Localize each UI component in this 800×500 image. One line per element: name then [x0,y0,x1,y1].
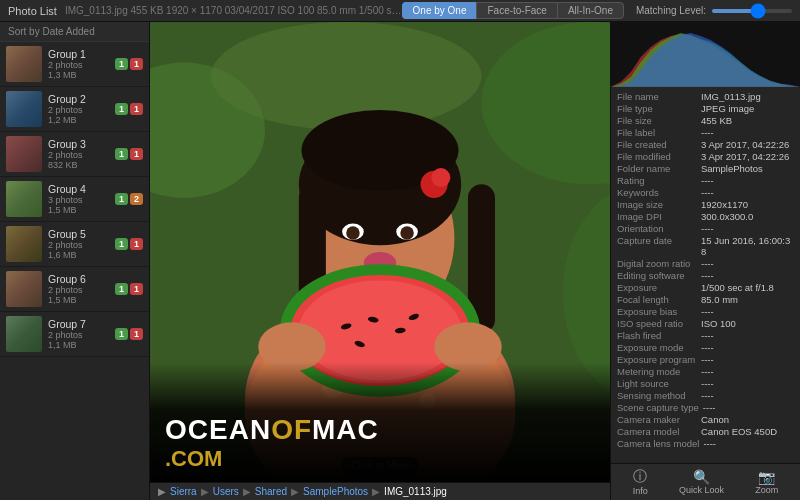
sidebar-group-3[interactable]: Group 3 2 photos 832 KB 1 1 [0,132,149,177]
tab-face-to-face[interactable]: Face-to-Face [476,2,556,19]
sidebar-group-1[interactable]: Group 1 2 photos 1,3 MB 1 1 [0,42,149,87]
badge-red-6: 1 [130,283,143,295]
sidebar-sort-label: Sort by Date Added [0,22,149,42]
quick-look-button[interactable]: 🔍 Quick Look [679,469,724,495]
group-badges-1: 1 1 [115,58,143,70]
sidebar: Sort by Date Added Group 1 2 photos 1,3 … [0,22,150,500]
meta-value: 85.0 mm [701,294,738,305]
meta-label: File created [617,139,697,150]
meta-value: ---- [701,378,714,389]
badge-green-2: 1 [115,103,128,115]
group-size-4: 1,5 MB [48,205,115,215]
metadata-row: Editing software ---- [617,270,794,281]
histogram [611,22,800,87]
sep3: ▶ [291,486,299,497]
image-info-bar-top: IMG_0113.jpg 455 KB 1920 × 1170 03/04/20… [65,5,402,16]
meta-value: 455 KB [701,115,732,126]
badge-red-3: 1 [130,148,143,160]
svg-point-17 [346,226,360,240]
badge-green-7: 1 [115,328,128,340]
meta-label: Editing software [617,270,697,281]
breadcrumb-sierra[interactable]: Sierra [170,486,197,497]
sidebar-group-4[interactable]: Group 4 3 photos 1,5 MB 1 2 [0,177,149,222]
meta-value: ---- [701,223,714,234]
meta-label: Rating [617,175,697,186]
sep4: ▶ [372,486,380,497]
metadata-row: Exposure bias ---- [617,306,794,317]
svg-point-31 [258,322,326,371]
meta-label: File modified [617,151,697,162]
sidebar-group-5[interactable]: Group 5 2 photos 1,6 MB 1 1 [0,222,149,267]
sep1: ▶ [201,486,209,497]
metadata-row: Focal length 85.0 mm [617,294,794,305]
group-size-7: 1,1 MB [48,340,115,350]
meta-value: ---- [701,306,714,317]
meta-value: 15 Jun 2016, 16:00:38 [701,235,794,257]
metadata-row: Scene capture type ---- [617,402,794,413]
sep2: ▶ [243,486,251,497]
meta-label: Metering mode [617,366,697,377]
drive-icon: ▶ [158,486,166,497]
svg-point-8 [419,393,435,409]
zoom-button[interactable]: 📷 Zoom [755,469,778,495]
meta-label: Exposure program [617,354,697,365]
group-size-3: 832 KB [48,160,115,170]
meta-value: 3 Apr 2017, 04:22:26 [701,151,789,162]
sidebar-group-6[interactable]: Group 6 2 photos 1,5 MB 1 1 [0,267,149,312]
metadata-row: Capture date 15 Jun 2016, 16:00:38 [617,235,794,257]
badge-green-3: 1 [115,148,128,160]
breadcrumb-users[interactable]: Users [213,486,239,497]
group-size-5: 1,6 MB [48,250,115,260]
meta-label: Keywords [617,187,697,198]
tab-all-in-one[interactable]: All-In-One [557,2,624,19]
group-info-5: Group 5 2 photos 1,6 MB [48,228,115,260]
tab-one-by-one[interactable]: One by One [402,2,477,19]
app-title: Photo List [8,5,57,17]
metadata-row: Rating ---- [617,175,794,186]
meta-label: Digital zoom ratio [617,258,697,269]
meta-label: File label [617,127,697,138]
main-area: Sort by Date Added Group 1 2 photos 1,3 … [0,22,800,500]
metadata-row: Light source ---- [617,378,794,389]
meta-label: File size [617,115,697,126]
breadcrumb-shared[interactable]: Shared [255,486,287,497]
group-size-2: 1,2 MB [48,115,115,125]
meta-value: ---- [701,127,714,138]
meta-label: Image size [617,199,697,210]
badge-green-5: 1 [115,238,128,250]
group-photos-3: 2 photos [48,150,115,160]
metadata-row: Folder name SamplePhotos [617,163,794,174]
metadata-row: Camera maker Canon [617,414,794,425]
metadata-row: File type JPEG image [617,103,794,114]
svg-point-32 [434,322,502,371]
group-info-4: Group 4 3 photos 1,5 MB [48,183,115,215]
meta-value: ---- [701,366,714,377]
sidebar-group-2[interactable]: Group 2 2 photos 1,2 MB 1 1 [0,87,149,132]
metadata-row: Metering mode ---- [617,366,794,377]
sidebar-group-7[interactable]: Group 7 2 photos 1,1 MB 1 1 [0,312,149,357]
group-info-1: Group 1 2 photos 1,3 MB [48,48,115,80]
metadata-row: Sensing method ---- [617,390,794,401]
meta-label: Image DPI [617,211,697,222]
svg-point-18 [400,226,414,240]
group-list: Group 1 2 photos 1,3 MB 1 1 Group 2 2 ph… [0,42,149,357]
breadcrumb-samplephotos[interactable]: SamplePhotos [303,486,368,497]
meta-value: ---- [701,258,714,269]
meta-label: Orientation [617,223,697,234]
group-photos-4: 3 photos [48,195,115,205]
meta-value: ---- [701,390,714,401]
matching-level-slider[interactable] [712,9,792,13]
image-viewer[interactable]: Click to Mark OCEANOFMAC .COM [150,22,610,482]
meta-value: ---- [703,438,716,449]
app-container: Photo List IMG_0113.jpg 455 KB 1920 × 11… [0,0,800,500]
metadata-row: Keywords ---- [617,187,794,198]
group-thumb-2 [6,91,42,127]
breadcrumb-bar: ▶ Sierra ▶ Users ▶ Shared ▶ SamplePhotos… [150,482,610,500]
badge-red-7: 1 [130,328,143,340]
click-to-mark-label[interactable]: Click to Mark [341,457,419,474]
metadata-row: Camera lens model ---- [617,438,794,449]
group-thumb-5 [6,226,42,262]
meta-label: File name [617,91,697,102]
info-button[interactable]: ⓘ Info [633,468,648,496]
meta-label: Focal length [617,294,697,305]
